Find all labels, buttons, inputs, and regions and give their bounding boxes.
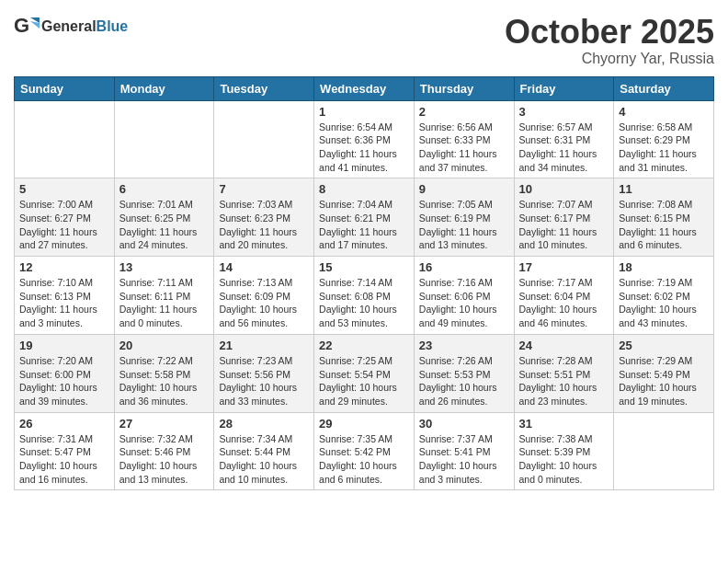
day-info: Sunrise: 7:38 AM Sunset: 5:39 PM Dayligh… <box>519 432 609 487</box>
calendar-row-3: 19Sunrise: 7:20 AM Sunset: 6:00 PM Dayli… <box>15 334 714 412</box>
day-number: 3 <box>519 105 609 119</box>
day-number: 31 <box>519 417 609 431</box>
month-title: October 2025 <box>505 14 714 51</box>
title-block: October 2025 Chyorny Yar, Russia <box>505 14 714 67</box>
day-number: 25 <box>619 339 709 352</box>
svg-marker-3 <box>30 21 40 29</box>
day-number: 15 <box>319 260 409 274</box>
day-info: Sunrise: 7:19 AM Sunset: 6:02 PM Dayligh… <box>619 276 709 330</box>
weekday-header-monday: Monday <box>114 76 214 100</box>
logo-blue-text: Blue <box>97 18 129 35</box>
day-info: Sunrise: 7:04 AM Sunset: 6:21 PM Dayligh… <box>319 198 409 252</box>
calendar-cell: 29Sunrise: 7:35 AM Sunset: 5:42 PM Dayli… <box>314 412 415 490</box>
calendar-cell: 30Sunrise: 7:37 AM Sunset: 5:41 PM Dayli… <box>414 412 514 490</box>
calendar-cell: 31Sunrise: 7:38 AM Sunset: 5:39 PM Dayli… <box>514 412 614 490</box>
day-info: Sunrise: 7:01 AM Sunset: 6:25 PM Dayligh… <box>119 198 210 252</box>
day-info: Sunrise: 6:57 AM Sunset: 6:31 PM Dayligh… <box>519 121 609 175</box>
calendar-cell: 12Sunrise: 7:10 AM Sunset: 6:13 PM Dayli… <box>15 257 115 335</box>
logo-icon: G <box>14 14 40 40</box>
logo: G General Blue <box>14 14 128 40</box>
day-info: Sunrise: 7:00 AM Sunset: 6:27 PM Dayligh… <box>19 198 109 252</box>
day-number: 30 <box>419 417 509 431</box>
calendar-cell: 4Sunrise: 6:58 AM Sunset: 6:29 PM Daylig… <box>614 100 714 178</box>
day-info: Sunrise: 7:14 AM Sunset: 6:08 PM Dayligh… <box>319 276 409 330</box>
day-number: 9 <box>419 182 509 196</box>
day-number: 14 <box>219 260 309 274</box>
calendar-cell <box>114 100 214 178</box>
day-info: Sunrise: 7:32 AM Sunset: 5:46 PM Dayligh… <box>119 432 210 487</box>
calendar-cell: 20Sunrise: 7:22 AM Sunset: 5:58 PM Dayli… <box>114 334 214 412</box>
calendar-cell: 26Sunrise: 7:31 AM Sunset: 5:47 PM Dayli… <box>15 412 115 490</box>
day-number: 22 <box>319 339 409 352</box>
day-number: 17 <box>519 260 609 274</box>
day-info: Sunrise: 7:16 AM Sunset: 6:06 PM Dayligh… <box>419 276 509 330</box>
day-info: Sunrise: 7:34 AM Sunset: 5:44 PM Dayligh… <box>219 432 309 487</box>
weekday-header-sunday: Sunday <box>15 76 115 100</box>
calendar-cell: 15Sunrise: 7:14 AM Sunset: 6:08 PM Dayli… <box>314 257 415 335</box>
day-info: Sunrise: 7:10 AM Sunset: 6:13 PM Dayligh… <box>19 276 109 330</box>
day-number: 4 <box>619 105 709 119</box>
day-number: 6 <box>119 182 210 196</box>
calendar-cell: 6Sunrise: 7:01 AM Sunset: 6:25 PM Daylig… <box>114 178 214 257</box>
calendar-cell: 28Sunrise: 7:34 AM Sunset: 5:44 PM Dayli… <box>214 412 314 490</box>
calendar-row-1: 5Sunrise: 7:00 AM Sunset: 6:27 PM Daylig… <box>15 178 714 257</box>
page-header: G General Blue October 2025 Chyorny Yar,… <box>14 14 714 67</box>
day-info: Sunrise: 7:31 AM Sunset: 5:47 PM Dayligh… <box>19 432 109 487</box>
day-info: Sunrise: 6:56 AM Sunset: 6:33 PM Dayligh… <box>419 121 509 175</box>
day-number: 2 <box>419 105 509 119</box>
calendar-cell: 19Sunrise: 7:20 AM Sunset: 6:00 PM Dayli… <box>15 334 115 412</box>
day-number: 12 <box>19 260 109 274</box>
weekday-header-saturday: Saturday <box>614 76 714 100</box>
day-number: 8 <box>319 182 409 196</box>
day-number: 1 <box>319 105 409 119</box>
calendar-cell: 1Sunrise: 6:54 AM Sunset: 6:36 PM Daylig… <box>314 100 415 178</box>
day-info: Sunrise: 6:58 AM Sunset: 6:29 PM Dayligh… <box>619 121 709 175</box>
calendar-cell: 9Sunrise: 7:05 AM Sunset: 6:19 PM Daylig… <box>414 178 514 257</box>
day-info: Sunrise: 7:26 AM Sunset: 5:53 PM Dayligh… <box>419 354 509 408</box>
calendar-cell: 2Sunrise: 6:56 AM Sunset: 6:33 PM Daylig… <box>414 100 514 178</box>
calendar-cell: 23Sunrise: 7:26 AM Sunset: 5:53 PM Dayli… <box>414 334 514 412</box>
calendar-cell: 24Sunrise: 7:28 AM Sunset: 5:51 PM Dayli… <box>514 334 614 412</box>
calendar-row-4: 26Sunrise: 7:31 AM Sunset: 5:47 PM Dayli… <box>15 412 714 490</box>
day-info: Sunrise: 7:07 AM Sunset: 6:17 PM Dayligh… <box>519 198 609 252</box>
calendar-cell: 8Sunrise: 7:04 AM Sunset: 6:21 PM Daylig… <box>314 178 415 257</box>
day-info: Sunrise: 7:28 AM Sunset: 5:51 PM Dayligh… <box>519 354 609 408</box>
day-number: 10 <box>519 182 609 196</box>
day-info: Sunrise: 7:35 AM Sunset: 5:42 PM Dayligh… <box>319 432 409 487</box>
day-number: 16 <box>419 260 509 274</box>
calendar-cell: 25Sunrise: 7:29 AM Sunset: 5:49 PM Dayli… <box>614 334 714 412</box>
calendar-cell <box>614 412 714 490</box>
day-info: Sunrise: 7:03 AM Sunset: 6:23 PM Dayligh… <box>219 198 309 252</box>
calendar-cell: 10Sunrise: 7:07 AM Sunset: 6:17 PM Dayli… <box>514 178 614 257</box>
day-info: Sunrise: 6:54 AM Sunset: 6:36 PM Dayligh… <box>319 121 409 175</box>
day-number: 23 <box>419 339 509 352</box>
calendar-cell: 18Sunrise: 7:19 AM Sunset: 6:02 PM Dayli… <box>614 257 714 335</box>
weekday-header-friday: Friday <box>514 76 614 100</box>
calendar-cell <box>214 100 314 178</box>
weekday-header-tuesday: Tuesday <box>214 76 314 100</box>
day-info: Sunrise: 7:25 AM Sunset: 5:54 PM Dayligh… <box>319 354 409 408</box>
logo-general-text: General <box>41 18 97 35</box>
calendar-cell: 14Sunrise: 7:13 AM Sunset: 6:09 PM Dayli… <box>214 257 314 335</box>
day-number: 5 <box>19 182 109 196</box>
day-info: Sunrise: 7:05 AM Sunset: 6:19 PM Dayligh… <box>419 198 509 252</box>
day-info: Sunrise: 7:29 AM Sunset: 5:49 PM Dayligh… <box>619 354 709 408</box>
day-number: 21 <box>219 339 309 352</box>
calendar-row-0: 1Sunrise: 6:54 AM Sunset: 6:36 PM Daylig… <box>15 100 714 178</box>
day-number: 26 <box>19 417 109 431</box>
calendar-cell: 17Sunrise: 7:17 AM Sunset: 6:04 PM Dayli… <box>514 257 614 335</box>
day-number: 11 <box>619 182 709 196</box>
day-number: 29 <box>319 417 409 431</box>
calendar-cell: 16Sunrise: 7:16 AM Sunset: 6:06 PM Dayli… <box>414 257 514 335</box>
calendar-cell: 5Sunrise: 7:00 AM Sunset: 6:27 PM Daylig… <box>15 178 115 257</box>
calendar-cell: 22Sunrise: 7:25 AM Sunset: 5:54 PM Dayli… <box>314 334 415 412</box>
calendar-cell: 21Sunrise: 7:23 AM Sunset: 5:56 PM Dayli… <box>214 334 314 412</box>
day-number: 27 <box>119 417 210 431</box>
calendar-table: SundayMondayTuesdayWednesdayThursdayFrid… <box>14 76 714 491</box>
day-number: 13 <box>119 260 210 274</box>
day-info: Sunrise: 7:11 AM Sunset: 6:11 PM Dayligh… <box>119 276 210 330</box>
day-number: 7 <box>219 182 309 196</box>
svg-text:G: G <box>14 14 29 37</box>
day-info: Sunrise: 7:13 AM Sunset: 6:09 PM Dayligh… <box>219 276 309 330</box>
location: Chyorny Yar, Russia <box>505 51 714 67</box>
